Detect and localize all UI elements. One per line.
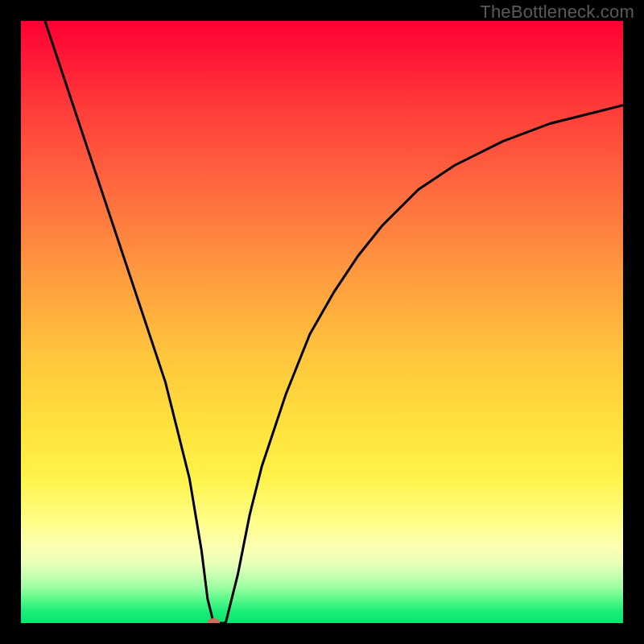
watermark-text: TheBottleneck.com [480, 2, 634, 23]
plot-area [21, 21, 623, 623]
chart-frame [0, 0, 644, 644]
curve-layer [21, 21, 623, 623]
curve-line [45, 21, 623, 623]
min-marker [207, 618, 220, 623]
